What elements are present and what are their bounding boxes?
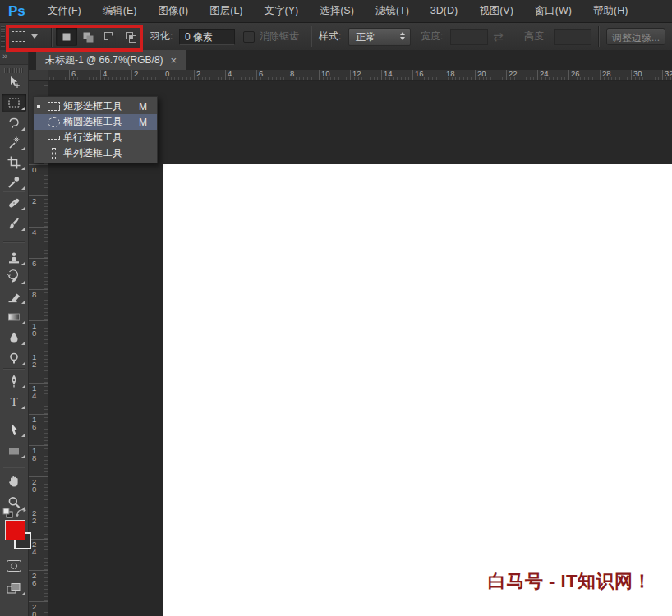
screen-mode-icon [6, 582, 22, 595]
ruler-corner[interactable] [28, 70, 48, 81]
eyedropper-tool[interactable] [2, 173, 26, 191]
type-tool[interactable]: T [2, 393, 26, 411]
blur-tool[interactable] [2, 329, 26, 347]
menu-help[interactable]: 帮助(H) [582, 0, 638, 22]
style-selected-value: 正常 [356, 31, 375, 43]
gradient-tool[interactable] [2, 308, 26, 326]
subtract-selection-button[interactable] [99, 27, 120, 46]
menu-type[interactable]: 文字(Y) [254, 0, 310, 22]
subtract-selection-icon [103, 30, 116, 44]
tool-preset-button[interactable] [12, 27, 48, 46]
flyout-item-single-column-marquee[interactable]: 单列选框工具 [34, 145, 157, 161]
rectangular-marquee-tool[interactable] [2, 94, 26, 112]
hand-tool[interactable] [2, 472, 26, 490]
menu-bar: Ps 文件(F) 编辑(E) 图像(I) 图层(L) 文字(Y) 选择(S) 滤… [0, 0, 672, 23]
single-column-marquee-icon [44, 148, 63, 159]
healing-brush-icon [7, 195, 21, 210]
separator [51, 26, 52, 47]
refine-edge-button[interactable]: 调整边缘... [606, 28, 665, 45]
new-selection-button[interactable] [56, 27, 77, 46]
tool-divider [3, 368, 25, 369]
flyout-item-single-row-marquee[interactable]: 单行选框工具 [34, 130, 157, 145]
swap-dimensions-icon[interactable]: ⇄ [493, 23, 504, 50]
hand-icon [7, 474, 21, 489]
menu-file[interactable]: 文件(F) [37, 0, 92, 22]
menu-image[interactable]: 图像(I) [147, 0, 199, 22]
flyout-item-rect-marquee[interactable]: 矩形选框工具 M [34, 99, 157, 114]
rectangle-shape-icon [7, 444, 21, 458]
intersect-selection-button[interactable] [120, 27, 141, 46]
horizontal-ruler[interactable]: 64202468101214161820222426283032 [28, 70, 672, 81]
feather-input[interactable]: 0 像素 [179, 29, 235, 45]
move-tool-icon [7, 75, 21, 90]
screen-mode-button[interactable] [2, 579, 26, 597]
dodge-tool[interactable] [2, 349, 26, 367]
rectangle-tool[interactable] [2, 442, 26, 460]
move-tool[interactable] [2, 73, 26, 91]
tool-divider [3, 191, 25, 191]
antialias-checkbox[interactable] [243, 31, 255, 43]
options-bar-grip[interactable] [1, 26, 5, 47]
magic-wand-tool[interactable] [2, 134, 26, 152]
tools-panel-header[interactable]: » [0, 50, 28, 65]
lasso-icon [7, 116, 21, 131]
clone-stamp-tool[interactable] [2, 249, 26, 267]
crop-tool[interactable] [2, 154, 26, 172]
menu-window[interactable]: 窗口(W) [524, 0, 582, 22]
spinner-arrows-icon [400, 32, 405, 40]
menu-view[interactable]: 视图(V) [468, 0, 524, 22]
tool-divider [3, 241, 25, 242]
separator [311, 26, 311, 47]
flyout-item-ellipse-marquee[interactable]: 椭圆选框工具 M [34, 114, 157, 130]
document-tab-title: 未标题-1 @ 66.7%(RGB/8) [45, 53, 163, 67]
style-label: 样式: [319, 23, 341, 50]
dropdown-caret-icon [31, 34, 38, 39]
foreground-color-swatch[interactable] [5, 520, 25, 540]
brush-tool[interactable] [2, 214, 26, 232]
spot-healing-brush-tool[interactable] [2, 194, 26, 212]
menu-select[interactable]: 选择(S) [309, 0, 365, 22]
photoshop-window: Ps 文件(F) 编辑(E) 图像(I) 图层(L) 文字(Y) 选择(S) 滤… [0, 0, 672, 616]
blur-droplet-icon [7, 330, 21, 345]
single-row-marquee-icon [44, 136, 63, 140]
style-select[interactable]: 正常 [348, 28, 411, 46]
eyedropper-icon [7, 175, 21, 190]
active-tool-indicator [34, 105, 44, 108]
document-tab-bar: 未标题-1 @ 66.7%(RGB/8) × [28, 50, 672, 70]
intersect-selection-icon [124, 30, 137, 44]
magic-wand-icon [7, 136, 21, 150]
height-label: 高度: [524, 23, 546, 50]
pen-icon [7, 374, 21, 388]
eraser-tool[interactable] [2, 287, 26, 306]
menu-filter[interactable]: 滤镜(T) [365, 0, 420, 22]
marquee-tool-flyout: 矩形选框工具 M 椭圆选框工具 M 单行选框工具 单列选框工具 [33, 96, 158, 163]
add-selection-button[interactable] [77, 27, 99, 46]
rectangular-marquee-icon [7, 95, 21, 110]
add-selection-icon [81, 30, 94, 44]
path-selection-tool[interactable] [2, 421, 26, 439]
document-tab[interactable]: 未标题-1 @ 66.7%(RGB/8) × [36, 50, 186, 70]
canvas[interactable] [163, 164, 672, 616]
quick-mask-icon [6, 559, 22, 572]
menu-layer[interactable]: 图层(L) [199, 0, 253, 22]
photoshop-logo: Ps [8, 3, 25, 20]
swap-colors-icon[interactable] [16, 508, 27, 518]
crop-icon [7, 155, 21, 170]
pen-tool[interactable] [2, 372, 26, 390]
width-input[interactable] [450, 29, 488, 45]
default-colors-icon[interactable] [2, 508, 13, 518]
options-bar: 羽化: 0 像素 消除锯齿 样式: 正常 宽度: ⇄ 高度: 调整边缘... [0, 23, 672, 51]
menu-3d[interactable]: 3D(D) [420, 0, 468, 22]
history-brush-tool[interactable] [2, 268, 26, 286]
width-label: 宽度: [421, 23, 443, 50]
close-tab-icon[interactable]: × [171, 55, 177, 66]
tool-divider [3, 467, 25, 467]
collapse-panel-icon[interactable]: » [2, 51, 7, 61]
menu-edit[interactable]: 编辑(E) [92, 0, 148, 22]
lasso-tool[interactable] [2, 114, 26, 132]
quick-mask-button[interactable] [2, 557, 26, 575]
dodge-icon [7, 351, 21, 365]
clone-stamp-icon [7, 251, 21, 265]
rect-marquee-icon [12, 31, 25, 42]
height-input[interactable] [554, 29, 591, 45]
